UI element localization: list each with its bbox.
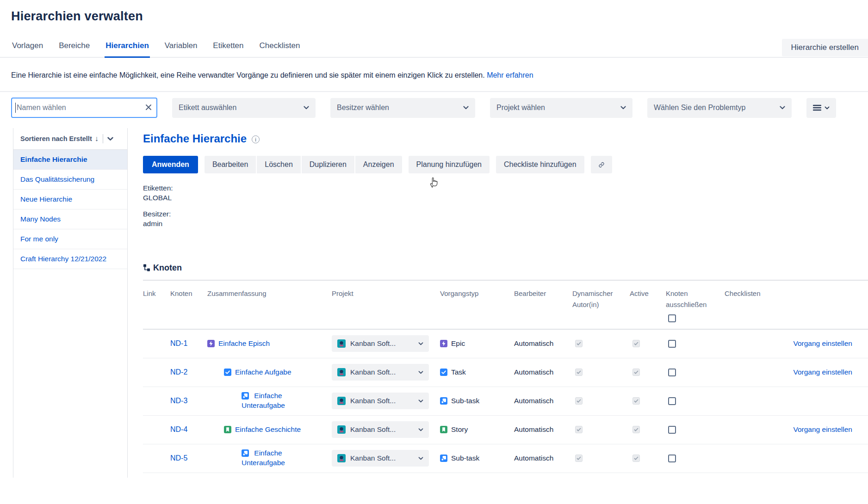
sidebar-item-for-me-only[interactable]: For me only — [13, 229, 127, 249]
task-icon — [440, 369, 447, 376]
summary-cell: Einfache Episch — [207, 339, 326, 349]
tab-hierarchien[interactable]: Hierarchien — [105, 38, 150, 58]
dynamic-author-checkbox — [575, 369, 583, 376]
node-key-link[interactable]: ND-1 — [170, 339, 187, 347]
info-icon[interactable]: i — [252, 135, 260, 143]
node-key-link[interactable]: ND-5 — [170, 454, 187, 462]
summary-link[interactable]: Einfache Geschichte — [235, 425, 301, 435]
node-key-link[interactable]: ND-3 — [170, 397, 187, 405]
project-select[interactable]: Kanban Soft... — [332, 364, 429, 381]
exclude-node-checkbox[interactable] — [668, 455, 676, 462]
sort-direction-icon[interactable]: ↓ — [95, 135, 99, 143]
chevron-down-icon[interactable] — [107, 137, 113, 141]
chevron-down-icon — [304, 106, 309, 110]
project-select-value: Kanban Soft... — [350, 397, 414, 405]
sidebar-item-many-nodes[interactable]: Many Nodes — [13, 209, 127, 229]
hierarchy-tree-icon — [143, 264, 150, 271]
exclude-node-checkbox[interactable] — [668, 340, 676, 348]
issuetype-cell: Story — [440, 425, 508, 434]
node-key: ND-1 — [170, 339, 207, 348]
issuetype-cell: Sub-task — [440, 454, 508, 462]
delete-button[interactable]: Löschen — [257, 156, 301, 173]
intro-text: Eine Hierarchie ist eine einfache Möglic… — [0, 58, 868, 92]
view-options-button[interactable] — [806, 98, 836, 118]
text-caret — [15, 103, 16, 113]
col-checklists: Checklisten — [725, 281, 868, 329]
node-key: ND-5 — [170, 454, 207, 462]
subtask-icon — [242, 392, 249, 400]
tab-variablen[interactable]: Variablen — [164, 38, 198, 57]
sidebar-item-craft-hierarchy[interactable]: Craft Hierarchy 12/21/2022 — [13, 249, 127, 269]
table-row: ND-4 Einfache Geschichte Kanban Soft... … — [143, 416, 868, 444]
labels-meta: Etiketten: GLOBAL — [143, 183, 868, 203]
sidebar-item-das-qualitaetssicherung[interactable]: Das Qualitätssicherung — [13, 170, 127, 190]
assignee-cell: Automatisch — [514, 339, 572, 348]
subtask-icon — [440, 455, 447, 462]
chevron-down-icon — [825, 106, 830, 110]
view-button[interactable]: Anzeigen — [355, 156, 402, 173]
table-row: ND-1 Einfache Episch Kanban Soft... Epic… — [143, 330, 868, 358]
node-key-link[interactable]: ND-2 — [170, 368, 187, 376]
summary-cell: Einfache Geschichte — [224, 425, 326, 435]
tab-bereiche[interactable]: Bereiche — [58, 38, 91, 57]
edit-button[interactable]: Bearbeiten — [205, 156, 256, 173]
project-select[interactable]: Kanban Soft... — [332, 393, 429, 409]
add-checklist-button[interactable]: Checkliste hinzufügen — [496, 156, 584, 173]
owner-filter-dropdown[interactable]: Besitzer wählen — [330, 98, 475, 118]
node-key-link[interactable]: ND-4 — [170, 425, 187, 433]
create-hierarchy-button[interactable]: Hierarchie erstellen — [782, 39, 868, 56]
sidebar-item-neue-hierarchie[interactable]: Neue Hierarchie — [13, 190, 127, 209]
owner-title: Besitzer: — [143, 209, 868, 219]
exclude-node-checkbox[interactable] — [668, 397, 676, 405]
name-search-input[interactable] — [11, 98, 157, 118]
chevron-down-icon — [463, 106, 469, 110]
project-select-value: Kanban Soft... — [350, 368, 414, 376]
exclude-node-checkbox[interactable] — [668, 426, 676, 434]
sidebar-item-einfache-hierarchie[interactable]: Einfache Hierarchie — [13, 150, 127, 170]
col-link: Link — [143, 281, 170, 329]
col-dynamic-author: Dynamischer Autor(in) — [572, 281, 630, 329]
col-node: Knoten — [170, 281, 207, 329]
set-issue-link[interactable]: Vorgang einstellen — [793, 425, 852, 433]
add-planning-button[interactable]: Planung hinzufügen — [409, 156, 490, 173]
project-select[interactable]: Kanban Soft... — [332, 335, 429, 352]
tab-checklisten[interactable]: Checklisten — [259, 38, 301, 57]
dynamic-author-checkbox — [575, 426, 583, 433]
col-issuetype: Vorgangstyp — [440, 281, 514, 329]
project-avatar — [337, 397, 346, 405]
summary-cell: Einfache Unteraufgabe — [242, 449, 307, 468]
exclude-all-checkbox[interactable] — [668, 314, 676, 322]
label-filter-dropdown[interactable]: Etikett auswählen — [172, 98, 316, 118]
project-select[interactable]: Kanban Soft... — [332, 450, 429, 467]
sort-control[interactable]: Sortieren nach Erstellt ↓ — [13, 128, 127, 150]
active-checkbox — [632, 397, 640, 405]
clear-icon[interactable] — [145, 104, 152, 111]
learn-more-link[interactable]: Mehr erfahren — [487, 71, 533, 79]
col-assignee: Bearbeiter — [514, 281, 572, 329]
copy-link-button[interactable] — [591, 156, 612, 173]
project-avatar — [337, 339, 346, 348]
issuetype-cell: Sub-task — [440, 397, 508, 405]
tab-vorlagen[interactable]: Vorlagen — [11, 38, 44, 57]
col-project: Projekt — [332, 281, 440, 329]
set-issue-link[interactable]: Vorgang einstellen — [793, 339, 852, 347]
project-filter-dropdown[interactable]: Projekt wählen — [490, 98, 632, 118]
sort-label: Sortieren nach Erstellt — [20, 135, 92, 142]
apply-button[interactable]: Anwenden — [143, 156, 198, 173]
tab-etiketten[interactable]: Etiketten — [212, 38, 244, 57]
main-area: Sortieren nach Erstellt ↓ Einfache Hiera… — [0, 128, 868, 478]
epic-icon — [207, 340, 215, 347]
chevron-down-icon — [418, 342, 423, 345]
node-key: ND-4 — [170, 425, 207, 434]
set-issue-link[interactable]: Vorgang einstellen — [793, 368, 852, 376]
exclude-node-checkbox[interactable] — [668, 369, 676, 376]
project-select[interactable]: Kanban Soft... — [332, 421, 429, 438]
summary-link[interactable]: Einfache Episch — [218, 339, 270, 349]
action-bar: Anwenden Bearbeiten Löschen Duplizieren … — [143, 156, 868, 173]
assignee-cell: Automatisch — [514, 454, 572, 462]
issuetype-filter-dropdown[interactable]: Wählen Sie den Problemtyp — [647, 98, 792, 118]
summary-link[interactable]: Einfache Aufgabe — [235, 368, 291, 377]
summary-cell: Einfache Aufgabe — [224, 368, 326, 377]
owner-meta: Besitzer: admin — [143, 209, 868, 229]
duplicate-button[interactable]: Duplizieren — [302, 156, 354, 173]
